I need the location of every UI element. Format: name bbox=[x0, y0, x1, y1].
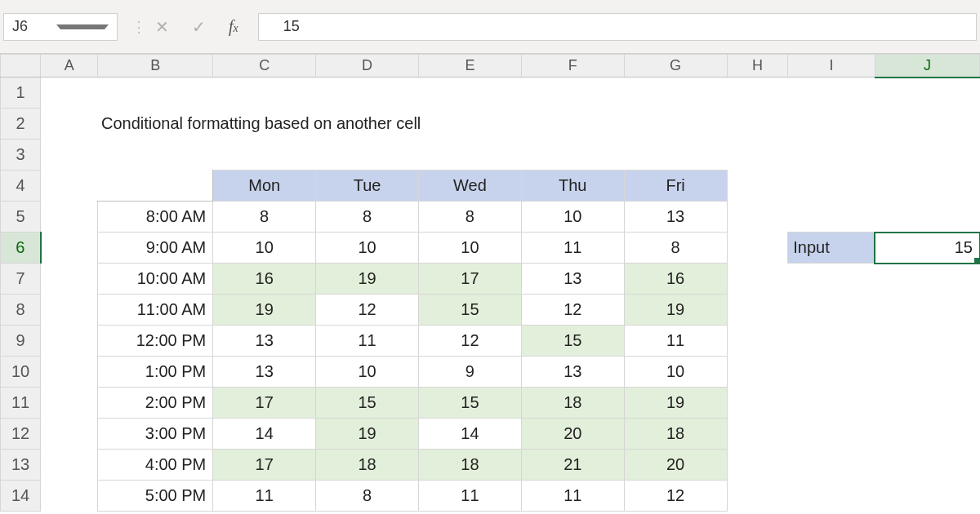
value-cell[interactable]: 19 bbox=[624, 388, 727, 419]
cell[interactable] bbox=[875, 264, 979, 295]
value-cell[interactable]: 13 bbox=[521, 264, 624, 295]
cell[interactable] bbox=[727, 481, 788, 512]
cell[interactable] bbox=[875, 171, 979, 202]
cell[interactable] bbox=[41, 326, 98, 357]
value-cell[interactable]: 10 bbox=[418, 233, 521, 264]
cell[interactable] bbox=[41, 295, 98, 326]
cell[interactable] bbox=[41, 264, 98, 295]
cell[interactable] bbox=[875, 450, 979, 481]
value-cell[interactable]: 13 bbox=[213, 326, 316, 357]
value-cell[interactable]: 17 bbox=[213, 388, 316, 419]
input-value-cell[interactable]: 15 bbox=[875, 233, 979, 264]
day-header[interactable]: Wed bbox=[418, 171, 521, 202]
value-cell[interactable]: 19 bbox=[213, 295, 316, 326]
cell[interactable] bbox=[727, 357, 788, 388]
row-header[interactable]: 12 bbox=[1, 419, 41, 450]
cell[interactable] bbox=[98, 171, 213, 202]
cell[interactable] bbox=[41, 388, 98, 419]
cell[interactable] bbox=[788, 450, 875, 481]
row-header[interactable]: 7 bbox=[1, 264, 41, 295]
cell[interactable] bbox=[41, 233, 98, 264]
col-header-F[interactable]: F bbox=[521, 55, 624, 78]
cell[interactable] bbox=[727, 264, 788, 295]
worksheet[interactable]: A B C D E F G H I J 1 bbox=[0, 54, 980, 514]
value-cell[interactable]: 14 bbox=[418, 419, 521, 450]
value-cell[interactable]: 10 bbox=[213, 233, 316, 264]
col-header-A[interactable]: A bbox=[41, 55, 98, 78]
cell[interactable] bbox=[727, 233, 788, 264]
row-header[interactable]: 11 bbox=[1, 388, 41, 419]
value-cell[interactable]: 10 bbox=[624, 357, 727, 388]
value-cell[interactable]: 12 bbox=[316, 295, 419, 326]
value-cell[interactable]: 11 bbox=[316, 326, 419, 357]
value-cell[interactable]: 12 bbox=[418, 326, 521, 357]
value-cell[interactable]: 19 bbox=[316, 419, 419, 450]
value-cell[interactable]: 8 bbox=[418, 202, 521, 233]
day-header[interactable]: Thu bbox=[521, 171, 624, 202]
time-cell[interactable]: 12:00 PM bbox=[98, 326, 213, 357]
value-cell[interactable]: 16 bbox=[624, 264, 727, 295]
time-cell[interactable]: 10:00 AM bbox=[98, 264, 213, 295]
cell[interactable] bbox=[788, 326, 875, 357]
value-cell[interactable]: 10 bbox=[316, 357, 419, 388]
cell[interactable] bbox=[521, 78, 624, 109]
row-header[interactable]: 14 bbox=[1, 481, 41, 512]
time-cell[interactable]: 2:00 PM bbox=[98, 388, 213, 419]
value-cell[interactable]: 10 bbox=[521, 202, 624, 233]
cell[interactable] bbox=[727, 171, 788, 202]
cell[interactable] bbox=[727, 388, 788, 419]
row-header[interactable]: 4 bbox=[1, 171, 41, 202]
select-all-corner[interactable] bbox=[1, 55, 41, 78]
value-cell[interactable]: 15 bbox=[316, 388, 419, 419]
cell[interactable] bbox=[875, 326, 979, 357]
cell[interactable] bbox=[788, 419, 875, 450]
col-header-H[interactable]: H bbox=[727, 55, 788, 78]
value-cell[interactable]: 21 bbox=[521, 450, 624, 481]
cell[interactable] bbox=[727, 295, 788, 326]
value-cell[interactable]: 8 bbox=[624, 233, 727, 264]
value-cell[interactable]: 17 bbox=[213, 450, 316, 481]
cell[interactable] bbox=[788, 388, 875, 419]
cell[interactable] bbox=[788, 264, 875, 295]
cell[interactable] bbox=[41, 140, 980, 171]
value-cell[interactable]: 11 bbox=[521, 481, 624, 512]
fx-icon[interactable]: fx bbox=[229, 17, 238, 36]
cell[interactable] bbox=[418, 78, 521, 109]
value-cell[interactable]: 8 bbox=[316, 202, 419, 233]
check-icon[interactable]: ✓ bbox=[192, 17, 206, 37]
value-cell[interactable]: 15 bbox=[521, 326, 624, 357]
value-cell[interactable]: 11 bbox=[213, 481, 316, 512]
time-cell[interactable]: 8:00 AM bbox=[98, 202, 213, 233]
title-cell[interactable]: Conditional formatting based on another … bbox=[98, 109, 727, 140]
value-cell[interactable]: 16 bbox=[213, 264, 316, 295]
cell[interactable] bbox=[41, 171, 98, 202]
value-cell[interactable]: 11 bbox=[624, 326, 727, 357]
value-cell[interactable]: 19 bbox=[316, 264, 419, 295]
cell[interactable] bbox=[788, 109, 875, 140]
value-cell[interactable]: 9 bbox=[418, 357, 521, 388]
value-cell[interactable]: 8 bbox=[316, 481, 419, 512]
col-header-D[interactable]: D bbox=[316, 55, 419, 78]
value-cell[interactable]: 18 bbox=[418, 450, 521, 481]
time-cell[interactable]: 3:00 PM bbox=[98, 419, 213, 450]
cell[interactable] bbox=[41, 481, 98, 512]
cell[interactable] bbox=[41, 357, 98, 388]
cell[interactable] bbox=[875, 78, 979, 109]
input-label-cell[interactable]: Input bbox=[788, 233, 875, 264]
value-cell[interactable]: 13 bbox=[521, 357, 624, 388]
day-header[interactable]: Tue bbox=[316, 171, 419, 202]
cell[interactable] bbox=[98, 78, 213, 109]
col-header-C[interactable]: C bbox=[213, 55, 316, 78]
value-cell[interactable]: 17 bbox=[418, 264, 521, 295]
col-header-J[interactable]: J bbox=[875, 55, 979, 78]
row-header[interactable]: 1 bbox=[1, 78, 41, 109]
cell[interactable] bbox=[788, 171, 875, 202]
cell[interactable] bbox=[727, 109, 788, 140]
cell[interactable] bbox=[788, 481, 875, 512]
value-cell[interactable]: 20 bbox=[521, 419, 624, 450]
cell[interactable] bbox=[875, 481, 979, 512]
value-cell[interactable]: 14 bbox=[213, 419, 316, 450]
time-cell[interactable]: 5:00 PM bbox=[98, 481, 213, 512]
formula-input[interactable]: 15 bbox=[258, 13, 977, 41]
col-header-B[interactable]: B bbox=[98, 55, 213, 78]
